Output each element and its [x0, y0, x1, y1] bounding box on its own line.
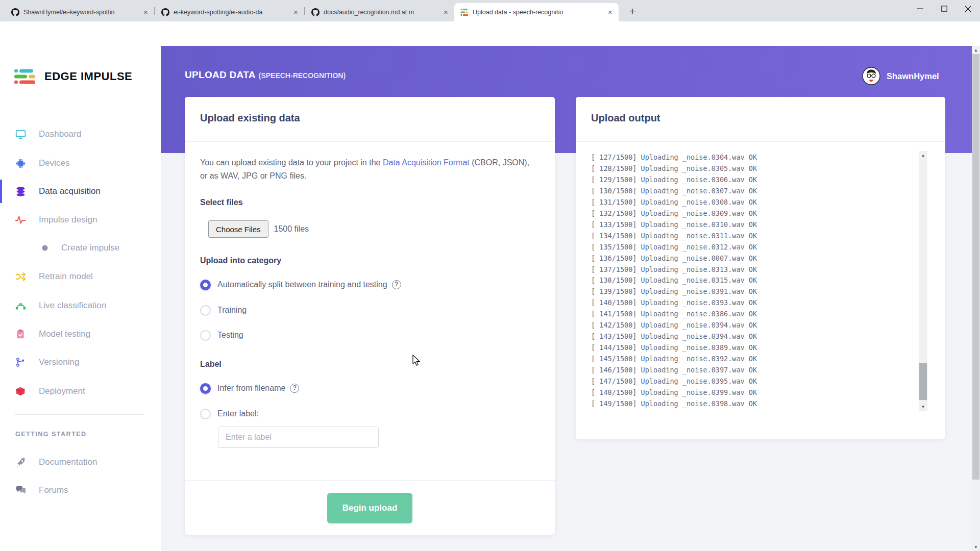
log-line: [ 141/1500] Uploading _noise.0386.wav OK — [591, 309, 917, 320]
scroll-down-icon[interactable]: ▼ — [972, 543, 980, 551]
log-line: [ 143/1500] Uploading _noise.0394.wav OK — [591, 331, 917, 342]
browser-tab-1[interactable]: ShawnHymel/ei-keyword-spottin × — [5, 3, 154, 21]
sidebar-item-dashboard[interactable]: Dashboard — [0, 122, 161, 146]
bullet-dot-icon — [39, 242, 51, 254]
radio-unselected-icon[interactable] — [200, 409, 211, 419]
devices-icon — [14, 157, 27, 169]
browser-tab-active[interactable]: Upload data - speech-recognitio × — [454, 3, 619, 21]
data-acquisition-format-link[interactable]: Data Acquisition Format — [383, 158, 470, 167]
sidebar-item-devices[interactable]: Devices — [0, 152, 161, 175]
minimize-button[interactable] — [908, 0, 932, 17]
sidebar-item-label: Forums — [39, 485, 68, 495]
browser-tab-strip: ShawnHymel/ei-keyword-spottin × ei-keywo… — [0, 0, 980, 21]
upload-category-label: Upload into category — [200, 256, 540, 265]
log-line: [ 128/1500] Uploading _noise.0305.wav OK — [591, 163, 917, 174]
log-line: [ 138/1500] Uploading _noise.0315.wav OK — [591, 275, 917, 286]
new-tab-button[interactable]: + — [625, 4, 640, 19]
label-option-enter[interactable]: Enter label: — [200, 408, 540, 420]
browser-tab-2[interactable]: ei-keyword-spotting/ei-audio-da × — [155, 3, 304, 21]
dashboard-icon — [14, 128, 27, 140]
sidebar-item-data-acquisition[interactable]: Data acquisition — [0, 180, 161, 203]
sidebar-section-label: GETTING STARTED — [15, 431, 87, 438]
sidebar-item-label: Retrain model — [39, 271, 93, 282]
edge-impulse-logo[interactable]: EDGE IMPULSE — [14, 68, 132, 85]
log-line: [ 133/1500] Uploading _noise.0310.wav OK — [591, 219, 917, 231]
tab-close-icon[interactable]: × — [442, 8, 450, 17]
sidebar: EDGE IMPULSE Dashboard Devices Data acqu… — [0, 46, 161, 551]
card-title: Upload existing data — [200, 112, 540, 124]
rocket-icon — [14, 456, 27, 468]
log-line: [ 136/1500] Uploading _noise.0007.wav OK — [591, 253, 917, 264]
scroll-down-icon[interactable]: ▼ — [919, 403, 927, 411]
sidebar-item-label: Model testing — [39, 329, 90, 339]
radio-selected-icon[interactable] — [200, 280, 211, 290]
window-controls — [908, 0, 980, 17]
sidebar-item-label: Deployment — [39, 386, 85, 396]
tab-title: Upload data - speech-recognitio — [473, 9, 606, 16]
radio-label: Infer from filename — [217, 384, 285, 393]
radio-unselected-icon[interactable] — [200, 330, 211, 341]
log-scrollbar-thumb[interactable] — [919, 363, 927, 400]
sidebar-item-versioning[interactable]: Versioning — [0, 350, 161, 374]
category-option-auto-split[interactable]: Automatically split between training and… — [200, 279, 540, 291]
label-input[interactable] — [218, 427, 379, 448]
sidebar-item-model-testing[interactable]: Model testing — [0, 322, 161, 346]
sidebar-item-deployment[interactable]: Deployment — [0, 380, 161, 403]
log-line: [ 147/1500] Uploading _noise.0395.wav OK — [591, 376, 917, 387]
sidebar-item-label: Impulse design — [39, 215, 97, 225]
category-option-training[interactable]: Training — [200, 304, 540, 316]
choose-files-button[interactable]: Choose Files — [208, 220, 268, 238]
log-scrollbar[interactable]: ▲ ▼ — [919, 151, 927, 411]
label-option-infer[interactable]: Infer from filename ? — [200, 382, 540, 394]
log-line: [ 129/1500] Uploading _noise.0306.wav OK — [591, 174, 917, 186]
page-scrollbar-thumb[interactable] — [972, 54, 979, 480]
user-name: ShawnHymel — [887, 71, 939, 81]
log-line: [ 139/1500] Uploading _noise.0391.wav OK — [591, 286, 917, 297]
browser-tab-3[interactable]: docs/audio_recognition.md at m × — [305, 3, 454, 21]
sidebar-item-retrain-model[interactable]: Retrain model — [0, 265, 161, 288]
intro-text: You can upload existing data to your pro… — [200, 158, 383, 167]
tab-title: docs/audio_recognition.md at m — [324, 9, 442, 16]
project-name: (SPEECH-RECOGNITION) — [259, 71, 346, 80]
close-window-button[interactable] — [956, 0, 980, 17]
user-chip[interactable]: ShawnHymel — [862, 67, 939, 85]
tab-separator — [154, 7, 155, 15]
sidebar-item-documentation[interactable]: Documentation — [0, 450, 161, 474]
shuffle-icon — [14, 270, 27, 283]
radio-label: Automatically split between training and… — [217, 280, 387, 289]
edge-impulse-icon — [460, 8, 469, 16]
tab-separator — [304, 7, 305, 15]
log-line: [ 149/1500] Uploading _noise.0398.wav OK — [591, 398, 917, 410]
tab-close-icon[interactable]: × — [141, 8, 150, 17]
sidebar-item-create-impulse[interactable]: Create impulse — [0, 236, 161, 260]
sidebar-divider — [15, 414, 144, 415]
card-footer: Begin upload — [185, 480, 555, 535]
page-scrollbar[interactable]: ▲ ▼ — [972, 46, 980, 551]
sidebar-item-live-classification[interactable]: Live classification — [0, 294, 161, 317]
radio-unselected-icon[interactable] — [200, 305, 211, 316]
help-icon[interactable]: ? — [290, 384, 299, 393]
github-icon — [11, 8, 19, 16]
tab-close-icon[interactable]: × — [606, 8, 615, 17]
log-line: [ 127/1500] Uploading _noise.0304.wav OK — [591, 152, 917, 163]
maximize-button[interactable] — [932, 0, 956, 17]
help-icon[interactable]: ? — [392, 280, 401, 289]
card-body: You can upload existing data to your pro… — [185, 142, 555, 448]
category-option-testing[interactable]: Testing — [200, 329, 540, 341]
sidebar-item-label: Devices — [39, 158, 69, 168]
file-input-row: Choose Files 1500 files — [200, 220, 540, 238]
sidebar-item-impulse-design[interactable]: Impulse design — [0, 208, 161, 232]
sidebar-item-label: Versioning — [39, 357, 79, 367]
tab-close-icon[interactable]: × — [291, 8, 300, 17]
begin-upload-button[interactable]: Begin upload — [327, 493, 412, 523]
scroll-up-icon[interactable]: ▲ — [919, 151, 927, 160]
radio-selected-icon[interactable] — [200, 383, 211, 394]
log-line: [ 142/1500] Uploading _noise.0394.wav OK — [591, 320, 917, 331]
scroll-up-icon[interactable]: ▲ — [972, 46, 980, 54]
label-heading: Label — [200, 360, 540, 369]
upload-log[interactable]: [ 127/1500] Uploading _noise.0304.wav OK… — [591, 147, 917, 411]
log-line: [ 145/1500] Uploading _noise.0392.wav OK — [591, 354, 917, 365]
sidebar-item-forums[interactable]: Forums — [0, 479, 161, 502]
log-line: [ 140/1500] Uploading _noise.0393.wav OK — [591, 297, 917, 309]
intro-paragraph: You can upload existing data to your pro… — [200, 156, 537, 183]
